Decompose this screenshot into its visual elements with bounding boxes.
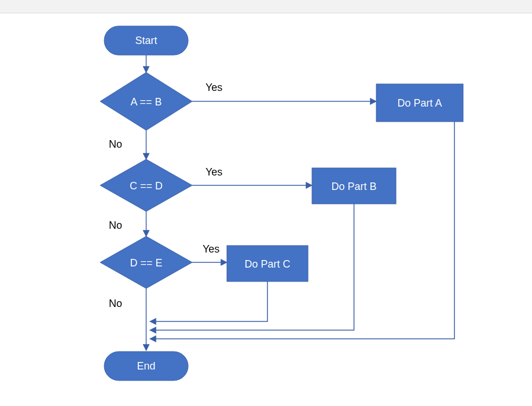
- process-c: Do Part C: [227, 246, 308, 281]
- d1-no-label: No: [109, 138, 122, 150]
- decision2-text: C == D: [130, 180, 163, 192]
- decision-d-eq-e: D == E: [100, 236, 192, 288]
- decision-c-eq-d: C == D: [100, 159, 192, 211]
- end-label: End: [137, 360, 155, 372]
- d3-yes-label: Yes: [203, 243, 219, 255]
- flowchart-canvas: Start A == B Yes Do Part A No C == D Yes…: [0, 0, 532, 406]
- process-b-text: Do Part B: [331, 181, 376, 192]
- decision-a-eq-b: A == B: [100, 72, 192, 130]
- d3-no-label: No: [109, 298, 122, 309]
- process-a: Do Part A: [376, 84, 463, 122]
- process-a-text: Do Part A: [397, 97, 442, 109]
- d1-yes-label: Yes: [206, 82, 222, 93]
- connector-c-return: [150, 281, 267, 321]
- connector-a-return: [150, 122, 454, 339]
- decision3-text: D == E: [130, 257, 162, 269]
- d2-yes-label: Yes: [206, 166, 222, 178]
- start-label: Start: [135, 35, 157, 46]
- end-node: End: [104, 352, 188, 381]
- window-top-strip: [0, 0, 532, 13]
- decision1-text: A == B: [130, 96, 162, 108]
- d2-no-label: No: [109, 220, 122, 231]
- process-c-text: Do Part C: [244, 258, 290, 270]
- process-b: Do Part B: [312, 168, 396, 204]
- start-node: Start: [104, 26, 188, 55]
